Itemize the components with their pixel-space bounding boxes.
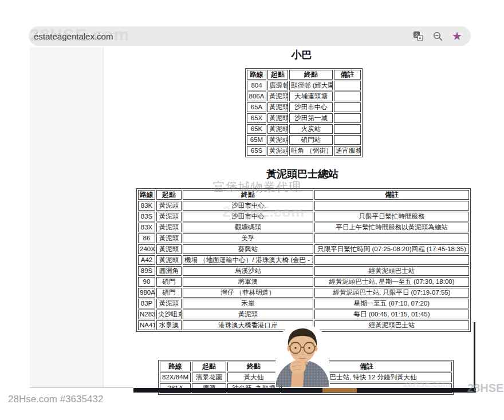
table-cell: 圓洲角 (156, 266, 182, 276)
table-cell: 240X (138, 244, 155, 254)
svg-text:A: A (419, 36, 422, 41)
column-header: 終點 (183, 190, 313, 200)
table-cell: 83P (138, 299, 155, 308)
minibus-table: 路線起點終點備註804廣源邨顯徑邨 (經大圍)806A黃泥頭大埔運頭塘65A黃泥… (245, 68, 363, 157)
watermark-listing-id: 28Hse.com #3635432 (8, 394, 103, 405)
table-cell: 89S (138, 266, 155, 276)
table-cell: 觀塘碼頭 (183, 223, 313, 232)
table-cell: 火炭站 (289, 124, 333, 134)
table-cell (334, 113, 361, 123)
table-cell: 黃泥頭 (267, 102, 288, 112)
table-row: 65K黃泥頭火炭站 (247, 124, 361, 134)
chrome-icon-group: 文 A ★ (412, 30, 463, 42)
bookmark-star-icon[interactable]: ★ (451, 30, 463, 42)
table-cell: 黃大仙 (227, 373, 280, 382)
table-cell (314, 255, 469, 265)
table-row: 806A黃泥頭大埔運頭塘 (247, 92, 361, 101)
table-cell: 尖沙咀東 (156, 310, 182, 319)
table-cell: 經黃泥頭巴士站, 星期一至五 (07:30, 18:00) (314, 277, 469, 287)
table-cell: 大埔運頭塘 (289, 92, 333, 101)
table-cell (334, 124, 361, 134)
table-cell: 濱景花園 (192, 373, 226, 382)
table-row: 86黃泥頭美孚 (138, 233, 469, 243)
table-cell (334, 81, 361, 90)
table-cell: 83X (138, 223, 155, 232)
table-cell: 804 (247, 81, 266, 90)
column-header: 起點 (156, 190, 182, 200)
table-cell (314, 201, 469, 211)
terminus-table: 路線起點終點備註83K黃泥頭沙田市中心83S黃泥頭沙田市中心只限平日繁忙時間服務… (136, 188, 471, 332)
table-cell: 沙田市中心 (289, 102, 333, 112)
table-row: 65M黃泥頭碩門站 (247, 135, 361, 145)
section-title-minibus: 小巴 (245, 48, 358, 62)
table-cell: 黃泥頭 (267, 113, 288, 123)
table-cell: 黃泥頭 (156, 201, 182, 211)
table-cell: A42 (138, 255, 155, 265)
table-header-row: 路線起點終點備註 (247, 70, 361, 80)
column-header: 起點 (192, 362, 226, 371)
bottom-bar-tan-segment (322, 388, 357, 393)
table-cell: 沙田市中心 (183, 212, 313, 221)
table-row: 83K黃泥頭沙田市中心 (138, 201, 469, 211)
table-cell: 灣仔 （菲林明道） (183, 288, 313, 298)
table-row: 240X黃泥頭葵興站只限平日繁忙時間 (07:25-08:20)回程 (17:4… (138, 244, 469, 254)
table-row: 83X黃泥頭觀塘碼頭平日上午繁忙時間服務以黃泥頭為總站 (138, 223, 469, 232)
table-row: 65A黃泥頭沙田市中心 (247, 102, 361, 112)
table-cell: 經黃泥頭巴士站 (314, 320, 469, 330)
table-row: 89S圓洲角烏溪沙站經黃泥頭巴士站 (138, 266, 469, 276)
table-cell: 沙田市中心 (183, 201, 313, 211)
table-cell: 82X/84M (160, 373, 191, 382)
url-bar[interactable]: estateagentalex.com 文 A ★ (29, 26, 471, 46)
table-cell: 平日上午繁忙時間服務以黃泥頭為總站 (314, 223, 469, 232)
table-cell: 65K (247, 124, 266, 134)
table-cell: 黃泥頭 (156, 299, 182, 308)
table-cell: 90 (138, 277, 155, 287)
column-header: 終點 (227, 362, 280, 371)
column-header: 備註 (334, 70, 361, 80)
column-header: 路線 (160, 362, 191, 371)
table-cell (314, 233, 469, 243)
table-cell: 83S (138, 212, 155, 221)
agent-portrait-photo (274, 324, 331, 387)
table-cell: 顯徑邨 (經大圍) (289, 81, 333, 90)
right-edge-line (474, 322, 475, 392)
table-cell: 碩門 (156, 288, 182, 298)
table-cell: NA41 (138, 320, 155, 330)
table-cell: 經黃泥頭巴士站, 只限平日 (07:19-07:55) (314, 288, 469, 298)
table-cell: 旺角 （弼街） (289, 146, 333, 156)
url-text[interactable]: estateagentalex.com (34, 31, 412, 41)
bottom-divider-line (30, 387, 133, 388)
table-cell: 65A (247, 102, 266, 112)
table-cell: 黃泥頭 (156, 223, 182, 232)
table-cell: 黃泥頭 (156, 255, 182, 265)
zoom-out-icon[interactable] (432, 30, 443, 42)
table-cell: 只限平日繁忙時間服務 (314, 212, 469, 221)
table-cell (334, 135, 361, 145)
table-cell (334, 92, 361, 101)
bottom-dark-bar (133, 388, 476, 393)
table-cell: 65S (247, 146, 266, 156)
table-row: A42黃泥頭機場 （地面運輸中心）/ 港珠澳大橋 (金巴 - 澳門/珠海) (138, 255, 469, 265)
table-cell: 葵興站 (183, 244, 313, 254)
table-cell: 碩門站 (289, 135, 333, 145)
translate-icon[interactable]: 文 A (412, 30, 424, 42)
column-header: 起點 (267, 70, 288, 80)
table-cell: 烏溪沙站 (183, 266, 313, 276)
table-cell: 黃泥頭 (156, 244, 182, 254)
column-header: 路線 (247, 70, 266, 80)
table-row: 65S黃泥頭旺角 （弼街）通宵服務 (247, 146, 361, 156)
table-cell: 將軍澳 (183, 277, 313, 287)
table-cell: 806A (247, 92, 266, 101)
table-cell: N283 (138, 310, 155, 319)
table-cell: 65X (247, 113, 266, 123)
column-header: 終點 (289, 70, 333, 80)
table-row: 90碩門將軍澳經黃泥頭巴士站, 星期一至五 (07:30, 18:00) (138, 277, 469, 287)
table-cell: 廣源邨 (267, 81, 288, 90)
table-cell: 碩門 (156, 277, 182, 287)
table-cell: 水泉澳 (156, 320, 182, 330)
table-header-row: 路線起點終點備註 (138, 190, 469, 200)
table-cell: 黃泥頭 (156, 233, 182, 243)
table-cell: 經黃泥頭巴士站 (314, 266, 469, 276)
table-cell: 黃泥頭 (156, 212, 182, 221)
screenshot-root: { "browser": { "url": "estateagentalex.c… (0, 0, 504, 420)
